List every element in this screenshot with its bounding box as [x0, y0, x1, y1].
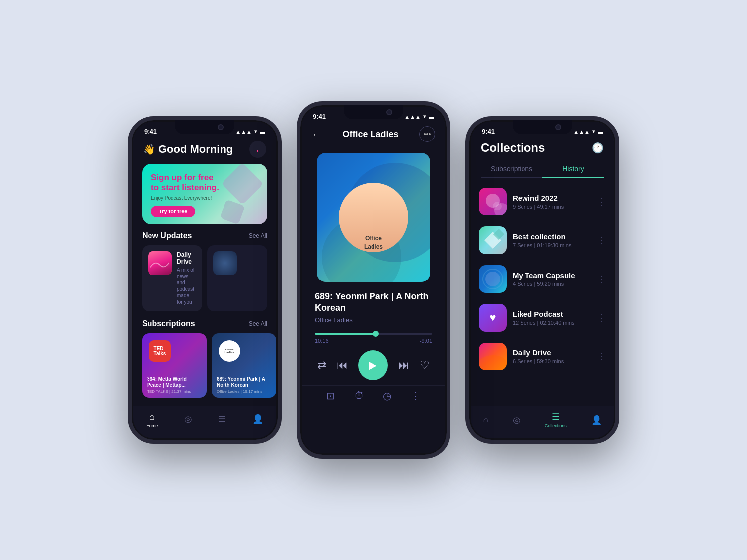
p3-discover-icon: ◎ — [513, 415, 521, 425]
like-button[interactable]: ♡ — [420, 359, 430, 372]
nav-discover[interactable]: ◎ — [184, 414, 192, 426]
wave-emoji: 👋 — [143, 143, 155, 155]
library-icon: ☰ — [218, 414, 226, 424]
update-desc-1: A mix of news and podcast made for you — [177, 267, 196, 305]
bottom-nav-3: ⌂ ◎ ☰ Collections 👤 — [471, 406, 614, 438]
col-meta-daily: 6 Series | 59:30 mins — [513, 358, 591, 364]
timer-button[interactable]: ◷ — [383, 390, 391, 402]
collection-item-rewind[interactable]: Rewind 2022 9 Series | 49:17 mins ⋮ — [479, 184, 606, 219]
progress-fill — [315, 333, 376, 335]
progress-bar[interactable] — [315, 333, 432, 335]
repeat-button[interactable]: ⇄ — [317, 359, 326, 372]
speed-button[interactable]: ⏱ — [354, 390, 364, 402]
p3-nav-discover[interactable]: ◎ — [513, 415, 521, 425]
col-info-team: My Team Capsule 4 Series | 59:20 mins — [513, 271, 591, 287]
collection-item-daily[interactable]: Daily Drive 6 Series | 59:30 mins ⋮ — [479, 339, 606, 374]
col-meta-team: 4 Series | 59:20 mins — [513, 281, 591, 287]
new-updates-see-all[interactable]: See All — [249, 232, 267, 239]
greeting-text: Good Morning — [158, 143, 233, 156]
home-icon: ⌂ — [149, 412, 155, 422]
battery-icon-2: ▬ — [429, 114, 434, 120]
col-meta-best: 7 Series | 01:19:30 mins — [513, 242, 591, 248]
sub-card-ted-meta: TED TALKS | 21:37 mins — [147, 389, 202, 394]
history-icon[interactable]: 🕐 — [592, 142, 604, 154]
col-more-liked[interactable]: ⋮ — [597, 312, 606, 323]
col-thumb-best — [479, 226, 507, 254]
col-more-best[interactable]: ⋮ — [597, 235, 606, 246]
notch-3 — [513, 120, 572, 134]
collection-item-team[interactable]: My Team Capsule 4 Series | 59:20 mins ⋮ — [479, 261, 606, 297]
song-title: 689: Yeonmi Park | A North Korean — [315, 291, 432, 314]
subscriptions-see-all[interactable]: See All — [249, 320, 267, 327]
cast-button[interactable]: ⊡ — [326, 390, 335, 402]
col-more-daily[interactable]: ⋮ — [597, 351, 606, 362]
prev-button[interactable]: ⏮ — [337, 359, 348, 372]
more-button[interactable]: ••• — [419, 126, 435, 142]
col-meta-rewind: 9 Series | 49:17 mins — [513, 204, 591, 210]
sub-card-ted[interactable]: TEDTalks 364: Metta World Peace | Mettap… — [142, 333, 207, 398]
p3-profile-icon: 👤 — [591, 415, 602, 425]
p3-nav-collections[interactable]: ☰ Collections — [545, 411, 567, 428]
progress-remaining: -9:01 — [420, 338, 432, 344]
try-free-button[interactable]: Try for free — [151, 206, 195, 217]
song-info: 689: Yeonmi Park | A North Korean Office… — [302, 291, 445, 329]
signal-icon-3: ▲▲▲ — [573, 129, 590, 135]
collection-item-best[interactable]: Best collection 7 Series | 01:19:30 mins… — [479, 222, 606, 258]
bottom-nav-1: ⌂ Home ◎ ☰ 👤 — [133, 406, 276, 438]
p3-nav-home[interactable]: ⌂ — [483, 415, 488, 425]
update-thumb-1 — [148, 251, 172, 275]
p1-header: 👋 Good Morning 🎙 — [133, 137, 276, 164]
nav-home[interactable]: ⌂ Home — [146, 412, 158, 428]
phone-collections: 9:41 ▲▲▲ ▾ ▬ Collections 🕐 Subscriptions… — [465, 116, 619, 444]
play-pause-button[interactable]: ▶ — [358, 350, 388, 380]
progress-area[interactable]: 10:16 -9:01 — [302, 329, 445, 346]
camera-3 — [555, 124, 561, 130]
battery-icon-1: ▬ — [260, 129, 265, 135]
signal-icon-1: ▲▲▲ — [235, 129, 252, 135]
update-card-2[interactable] — [207, 245, 267, 311]
subscriptions-header: Subscriptions See All — [133, 319, 276, 333]
promo-card[interactable]: Sign up for freeto start listening. Enjo… — [142, 164, 267, 224]
home-label: Home — [146, 423, 158, 428]
sub-card-office-ep: 689: Yeonmi Park | A North Korean — [217, 376, 271, 388]
camera-2 — [386, 109, 392, 115]
daily-wave — [479, 355, 507, 370]
nav-profile[interactable]: 👤 — [252, 414, 263, 426]
col-more-team[interactable]: ⋮ — [597, 274, 606, 284]
back-button[interactable]: ← — [312, 129, 322, 140]
update-card-1[interactable]: Daily Drive A mix of news and podcast ma… — [142, 245, 202, 311]
mic-button[interactable]: 🎙 — [249, 141, 266, 158]
notch-1 — [175, 120, 234, 134]
phones-container: 9:41 ▲▲▲ ▾ ▬ 👋 Good Morning 🎙 — [128, 101, 619, 459]
sub-card-office[interactable]: OfficeLadies 689: Yeonmi Park | A North … — [212, 333, 276, 398]
col-info-rewind: Rewind 2022 9 Series | 49:17 mins — [513, 194, 591, 210]
nav-library[interactable]: ☰ — [218, 414, 226, 426]
next-button[interactable]: ⏭ — [398, 359, 409, 372]
col-info-best: Best collection 7 Series | 01:19:30 mins — [513, 232, 591, 248]
status-time-2: 9:41 — [313, 113, 326, 120]
status-icons-3: ▲▲▲ ▾ ▬ — [573, 128, 603, 135]
notch-2 — [344, 105, 403, 119]
sub-card-ted-text: 364: Metta World Peace | Mettap... TED T… — [147, 376, 202, 394]
tab-history[interactable]: History — [542, 161, 604, 178]
options-button[interactable]: ⋮ — [411, 390, 421, 402]
col-thumb-rewind — [479, 188, 507, 215]
p3-collections-label: Collections — [545, 423, 567, 428]
tab-subscriptions[interactable]: Subscriptions — [481, 161, 542, 177]
status-time-1: 9:41 — [144, 128, 157, 135]
best-shape — [479, 226, 507, 254]
col-name-liked: Liked Podcast — [513, 310, 591, 318]
collection-item-liked[interactable]: ♥ Liked Podcast 12 Series | 02:10:40 min… — [479, 300, 606, 336]
podcast-name: Office Ladies — [342, 129, 398, 140]
wifi-icon-3: ▾ — [592, 128, 595, 135]
col-name-rewind: Rewind 2022 — [513, 194, 591, 202]
phone-home: 9:41 ▲▲▲ ▾ ▬ 👋 Good Morning 🎙 — [128, 116, 282, 444]
col-thumb-daily — [479, 343, 507, 370]
p3-nav-profile[interactable]: 👤 — [591, 415, 602, 425]
col-name-daily: Daily Drive — [513, 349, 591, 357]
col-more-rewind[interactable]: ⋮ — [597, 196, 606, 207]
promo-title: Sign up for freeto start listening. — [151, 173, 258, 193]
col-thumb-liked: ♥ — [479, 304, 507, 332]
update-info-1: Daily Drive A mix of news and podcast ma… — [177, 251, 196, 305]
new-updates-title: New Updates — [142, 231, 192, 240]
